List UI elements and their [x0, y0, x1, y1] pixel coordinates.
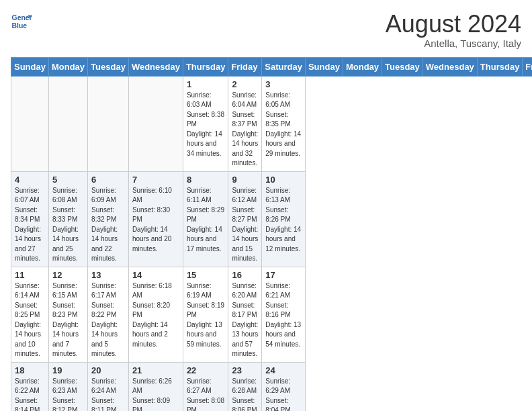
page-header: General Blue August 2024 Antella, Tuscan… [11, 11, 521, 49]
calendar-day-cell: 23Sunrise: 6:28 AM Sunset: 8:06 PM Dayli… [228, 362, 262, 411]
calendar-day-cell: 4Sunrise: 6:07 AM Sunset: 8:34 PM Daylig… [11, 171, 49, 267]
calendar-header-row: SundayMondayTuesdayWednesdayThursdayFrid… [11, 57, 533, 76]
calendar-day-cell: 2Sunrise: 6:04 AM Sunset: 8:37 PM Daylig… [228, 76, 262, 171]
day-info: Sunrise: 6:15 AM Sunset: 8:23 PM Dayligh… [52, 281, 84, 359]
day-number: 20 [91, 365, 125, 375]
day-info: Sunrise: 6:26 AM Sunset: 8:09 PM Dayligh… [132, 377, 179, 411]
col-header-monday: Monday [48, 57, 87, 76]
calendar-day-cell: 20Sunrise: 6:24 AM Sunset: 8:11 PM Dayli… [88, 362, 129, 411]
day-number: 24 [265, 365, 302, 375]
day-number: 3 [265, 79, 302, 89]
calendar-day-cell: 7Sunrise: 6:10 AM Sunset: 8:30 PM Daylig… [128, 171, 183, 267]
col-header-monday: Monday [343, 57, 382, 76]
calendar-day-cell: 10Sunrise: 6:13 AM Sunset: 8:26 PM Dayli… [262, 171, 306, 267]
day-info: Sunrise: 6:07 AM Sunset: 8:34 PM Dayligh… [15, 186, 45, 264]
svg-text:Blue: Blue [12, 22, 28, 30]
day-number: 10 [265, 175, 302, 185]
day-number: 11 [15, 270, 45, 280]
day-number: 9 [232, 175, 258, 185]
day-number: 8 [187, 175, 225, 185]
col-header-sunday: Sunday [305, 57, 343, 76]
calendar-day-cell: 14Sunrise: 6:18 AM Sunset: 8:20 PM Dayli… [128, 267, 183, 362]
day-number: 4 [15, 175, 45, 185]
day-number: 23 [232, 365, 258, 375]
calendar-day-cell: 3Sunrise: 6:05 AM Sunset: 8:35 PM Daylig… [262, 76, 306, 171]
col-header-tuesday: Tuesday [382, 57, 423, 76]
day-number: 7 [132, 175, 179, 185]
day-info: Sunrise: 6:20 AM Sunset: 8:17 PM Dayligh… [232, 281, 258, 359]
day-number: 18 [15, 365, 45, 375]
col-header-thursday: Thursday [477, 57, 523, 76]
day-number: 15 [187, 270, 225, 280]
col-header-wednesday: Wednesday [128, 57, 183, 76]
day-info: Sunrise: 6:18 AM Sunset: 8:20 PM Dayligh… [132, 281, 179, 350]
calendar-table: SundayMondayTuesdayWednesdayThursdayFrid… [11, 57, 532, 411]
day-info: Sunrise: 6:13 AM Sunset: 8:26 PM Dayligh… [265, 186, 302, 255]
day-number: 12 [52, 270, 84, 280]
calendar-day-cell: 18Sunrise: 6:22 AM Sunset: 8:14 PM Dayli… [11, 362, 49, 411]
day-info: Sunrise: 6:17 AM Sunset: 8:22 PM Dayligh… [91, 281, 125, 359]
day-number: 14 [132, 270, 179, 280]
calendar-day-cell: 11Sunrise: 6:14 AM Sunset: 8:25 PM Dayli… [11, 267, 49, 362]
day-info: Sunrise: 6:05 AM Sunset: 8:35 PM Dayligh… [265, 91, 302, 159]
day-info: Sunrise: 6:21 AM Sunset: 8:16 PM Dayligh… [265, 281, 302, 350]
calendar-day-cell: 5Sunrise: 6:08 AM Sunset: 8:33 PM Daylig… [48, 171, 87, 267]
calendar-day-cell [88, 76, 129, 171]
col-header-wednesday: Wednesday [423, 57, 477, 76]
logo-icon: General Blue [11, 11, 32, 32]
day-info: Sunrise: 6:08 AM Sunset: 8:33 PM Dayligh… [52, 186, 84, 264]
logo: General Blue [11, 11, 32, 32]
day-info: Sunrise: 6:22 AM Sunset: 8:14 PM Dayligh… [15, 377, 45, 411]
day-info: Sunrise: 6:29 AM Sunset: 8:04 PM Dayligh… [265, 377, 302, 411]
calendar-day-cell [11, 76, 49, 171]
day-number: 5 [52, 175, 84, 185]
calendar-day-cell: 12Sunrise: 6:15 AM Sunset: 8:23 PM Dayli… [48, 267, 87, 362]
day-number: 2 [232, 79, 258, 89]
day-info: Sunrise: 6:23 AM Sunset: 8:12 PM Dayligh… [52, 377, 84, 411]
day-info: Sunrise: 6:19 AM Sunset: 8:19 PM Dayligh… [187, 281, 225, 350]
calendar-day-cell [48, 76, 87, 171]
calendar-day-cell: 8Sunrise: 6:11 AM Sunset: 8:29 PM Daylig… [183, 171, 228, 267]
calendar-week-row: 4Sunrise: 6:07 AM Sunset: 8:34 PM Daylig… [11, 171, 533, 267]
day-info: Sunrise: 6:27 AM Sunset: 8:08 PM Dayligh… [187, 377, 225, 411]
calendar-week-row: 18Sunrise: 6:22 AM Sunset: 8:14 PM Dayli… [11, 362, 533, 411]
day-number: 6 [91, 175, 125, 185]
day-number: 16 [232, 270, 258, 280]
day-number: 22 [187, 365, 225, 375]
calendar-day-cell: 16Sunrise: 6:20 AM Sunset: 8:17 PM Dayli… [228, 267, 262, 362]
day-info: Sunrise: 6:10 AM Sunset: 8:30 PM Dayligh… [132, 186, 179, 255]
day-info: Sunrise: 6:11 AM Sunset: 8:29 PM Dayligh… [187, 186, 225, 255]
title-block: August 2024 Antella, Tuscany, Italy [386, 11, 521, 49]
col-header-thursday: Thursday [183, 57, 228, 76]
calendar-day-cell: 24Sunrise: 6:29 AM Sunset: 8:04 PM Dayli… [262, 362, 306, 411]
col-header-sunday: Sunday [11, 57, 49, 76]
calendar-day-cell: 9Sunrise: 6:12 AM Sunset: 8:27 PM Daylig… [228, 171, 262, 267]
day-info: Sunrise: 6:03 AM Sunset: 8:38 PM Dayligh… [187, 91, 225, 159]
calendar-day-cell [128, 76, 183, 171]
calendar-day-cell: 17Sunrise: 6:21 AM Sunset: 8:16 PM Dayli… [262, 267, 306, 362]
calendar-day-cell: 19Sunrise: 6:23 AM Sunset: 8:12 PM Dayli… [48, 362, 87, 411]
day-info: Sunrise: 6:09 AM Sunset: 8:32 PM Dayligh… [91, 186, 125, 264]
calendar-day-cell: 15Sunrise: 6:19 AM Sunset: 8:19 PM Dayli… [183, 267, 228, 362]
day-number: 19 [52, 365, 84, 375]
calendar-day-cell: 22Sunrise: 6:27 AM Sunset: 8:08 PM Dayli… [183, 362, 228, 411]
location-subtitle: Antella, Tuscany, Italy [386, 38, 521, 49]
day-info: Sunrise: 6:14 AM Sunset: 8:25 PM Dayligh… [15, 281, 45, 359]
col-header-friday: Friday [523, 57, 532, 76]
day-info: Sunrise: 6:12 AM Sunset: 8:27 PM Dayligh… [232, 186, 258, 264]
calendar-week-row: 11Sunrise: 6:14 AM Sunset: 8:25 PM Dayli… [11, 267, 533, 362]
calendar-day-cell: 6Sunrise: 6:09 AM Sunset: 8:32 PM Daylig… [88, 171, 129, 267]
day-number: 17 [265, 270, 302, 280]
day-info: Sunrise: 6:04 AM Sunset: 8:37 PM Dayligh… [232, 91, 258, 169]
day-number: 13 [91, 270, 125, 280]
day-info: Sunrise: 6:24 AM Sunset: 8:11 PM Dayligh… [91, 377, 125, 411]
calendar-day-cell: 21Sunrise: 6:26 AM Sunset: 8:09 PM Dayli… [128, 362, 183, 411]
col-header-tuesday: Tuesday [88, 57, 129, 76]
col-header-friday: Friday [228, 57, 262, 76]
day-number: 1 [187, 79, 225, 89]
calendar-day-cell: 1Sunrise: 6:03 AM Sunset: 8:38 PM Daylig… [183, 76, 228, 171]
day-number: 21 [132, 365, 179, 375]
calendar-week-row: 1Sunrise: 6:03 AM Sunset: 8:38 PM Daylig… [11, 76, 533, 171]
day-info: Sunrise: 6:28 AM Sunset: 8:06 PM Dayligh… [232, 377, 258, 411]
calendar-day-cell: 13Sunrise: 6:17 AM Sunset: 8:22 PM Dayli… [88, 267, 129, 362]
